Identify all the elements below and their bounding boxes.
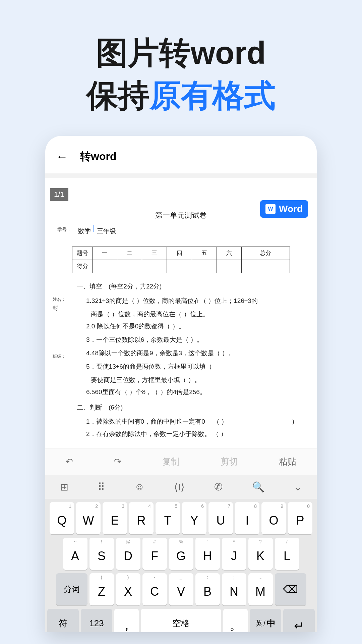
key-N[interactable]: ;N [222,573,246,605]
word-icon: W [265,204,276,214]
key-G[interactable]: %G [169,538,193,570]
back-icon[interactable]: ← [56,150,68,164]
key-V[interactable]: _V [169,573,193,605]
space-key[interactable]: 空格 [141,609,221,632]
phone-frame: ← 转word 1/1 W Word 第一单元测试卷 学号： 数学 三年级 题号… [45,136,317,632]
redo-button[interactable]: ↷ [114,457,121,467]
collapse-keyboard-icon[interactable]: ⌄ [294,481,302,493]
divider [45,173,317,178]
segment-key[interactable]: 分词 [56,573,87,605]
enter-key[interactable]: ↵ [283,609,315,632]
key-C[interactable]: -C [142,573,167,605]
key-F[interactable]: #F [142,538,167,570]
page-indicator: 1/1 [50,188,68,201]
emoji-icon[interactable]: ☺ [134,481,145,492]
period-key[interactable]: 。 [223,609,248,632]
voice-icon[interactable]: ✆ [214,481,223,493]
key-D[interactable]: @D [116,538,140,570]
key-O[interactable]: 9O [261,502,286,534]
copy-button[interactable]: 复制 [162,456,180,468]
ime-toolbar: ⊞ ⠿ ☺ ⟨I⟩ ✆ 🔍 ⌄ [45,475,317,499]
undo-button[interactable]: ↶ [66,457,73,467]
edit-toolbar: ↶ ↷ 复制 剪切 粘贴 [45,448,317,475]
app-bar: ← 转word [45,136,317,173]
key-P[interactable]: 0P [288,502,312,534]
keyboard: 1Q2W3E4R5T6Y7U8I9O0P ~A!S@D#F%G"H*J?K/L … [45,499,317,632]
key-B[interactable]: :B [195,573,220,605]
export-word-button[interactable]: W Word [260,200,308,218]
key-T[interactable]: 5T [156,502,180,534]
key-Q[interactable]: 1Q [50,502,74,534]
symbol-key[interactable]: 符 [47,609,79,632]
cut-button[interactable]: 剪切 [221,456,238,468]
paste-button[interactable]: 粘贴 [279,456,296,468]
keyboard-mode-icon[interactable]: ⠿ [98,481,105,493]
app-title: 转word [80,149,116,164]
key-U[interactable]: 7U [208,502,233,534]
key-I[interactable]: 8I [235,502,259,534]
comma-key[interactable]: ， [114,609,139,632]
key-Z[interactable]: (Z [89,573,114,605]
backspace-key[interactable]: ⌫ [275,573,306,605]
doc-header: 学号： 数学 三年级 [57,225,305,237]
number-key[interactable]: 123 [81,609,112,632]
score-table: 题号一二三四五六总分 得分 [72,247,290,273]
text-cursor [94,225,94,232]
key-L[interactable]: /L [275,538,299,570]
search-icon[interactable]: 🔍 [252,481,264,493]
grid-icon[interactable]: ⊞ [60,481,68,493]
key-S[interactable]: !S [89,538,114,570]
key-M[interactable]: …M [248,573,273,605]
headline: 图片转word 保持原有格式 [0,0,362,117]
key-X[interactable]: )X [116,573,140,605]
key-E[interactable]: 3E [103,502,127,534]
key-W[interactable]: 2W [76,502,101,534]
key-A[interactable]: ~A [63,538,87,570]
key-K[interactable]: ?K [248,538,273,570]
key-J[interactable]: *J [222,538,246,570]
document-area[interactable]: 1/1 W Word 第一单元测试卷 学号： 数学 三年级 题号一二三四五六总分… [45,188,317,448]
document-content[interactable]: 第一单元测试卷 学号： 数学 三年级 题号一二三四五六总分 得分 姓名： 封 班… [50,188,312,448]
key-H[interactable]: "H [195,538,220,570]
cursor-mode-icon[interactable]: ⟨I⟩ [174,481,185,493]
key-Y[interactable]: 6Y [182,502,206,534]
language-toggle-key[interactable]: 英/中 [250,609,281,632]
key-R[interactable]: 4R [129,502,154,534]
